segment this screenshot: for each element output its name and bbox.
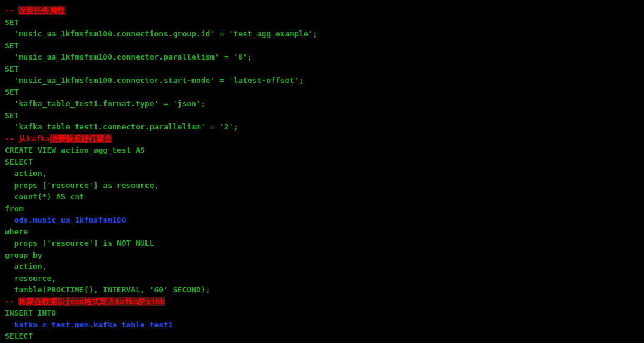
code-line: CREATE VIEW action_agg_test AS [5, 144, 639, 156]
code-line: kafka_c_test.mem.kafka_table_test1 [5, 319, 639, 331]
code-line: action, [5, 261, 639, 273]
code-line: SET [5, 40, 639, 52]
code-line: group by [5, 249, 639, 261]
code-span-keyword: SET [5, 111, 18, 120]
code-line: ods.music_ua_1kfmsfsm100 [5, 214, 639, 226]
code-span-comment-highlight: 消费数据进行聚合 [50, 134, 112, 143]
code-span-normal: props ['resource'] as resource, [5, 181, 159, 190]
code-span-comment: -- [5, 297, 18, 306]
code-line: 'music_ua_1kfmsfsm100.connector.start-mo… [5, 75, 639, 86]
code-span-keyword: group by [5, 251, 42, 259]
code-span-normal: action, [5, 262, 47, 271]
code-line: SET [5, 17, 639, 29]
code-span-keyword: SELECT [5, 332, 33, 341]
code-line: props ['resource'] is NOT NULL [5, 237, 639, 249]
code-line: SELECT [5, 156, 639, 168]
code-span-keyword: SELECT [5, 157, 33, 166]
code-span-comment: -- [5, 6, 18, 15]
code-span-normal: 'music_ua_1kfmsfsm100.connector.start-mo… [5, 76, 304, 85]
code-span-normal: 'music_ua_1kfmsfsm100.connector.parallel… [5, 52, 252, 61]
code-span-normal: 'kafka_table_test1.format.type' = 'json'… [5, 99, 206, 108]
code-span-comment-highlight: 设置任务属性 [18, 6, 65, 15]
code-span-comment-highlight: 将聚合数据以json格式写入Kafka的sink [18, 297, 165, 306]
code-line: where [5, 226, 639, 238]
code-span-normal [5, 320, 14, 329]
code-span-keyword: SET [5, 41, 18, 50]
code-line: -- 设置任务属性 [5, 5, 639, 17]
code-span-keyword: INSERT INTO [5, 308, 56, 317]
code-span-normal: action, [5, 169, 47, 178]
code-line: tumble(PROCTIME(), INTERVAL, '60' SECOND… [5, 284, 639, 296]
code-span-normal [5, 215, 14, 224]
code-span-normal: 'kafka_table_test1.connector.parallelism… [5, 122, 238, 131]
code-line: props ['resource'] as resource, [5, 180, 639, 191]
code-line: count(*) AS cnt [5, 191, 639, 203]
code-span-identifier: ods.music_ua_1kfmsfsm100 [14, 215, 126, 224]
code-span-normal: 'music_ua_1kfmsfsm100.connections.group.… [5, 29, 317, 38]
code-span-keyword: SET [5, 88, 18, 97]
code-line: 'music_ua_1kfmsfsm100.connector.parallel… [5, 51, 639, 63]
code-span-keyword: from [5, 204, 23, 213]
code-span-normal: props ['resource'] is NOT NULL [5, 239, 154, 248]
code-span-keyword: where [5, 227, 28, 236]
code-span-normal: count(*) AS cnt [5, 192, 84, 201]
code-span-normal: resource, [5, 274, 56, 283]
code-line: -- 将聚合数据以json格式写入Kafka的sink [5, 296, 639, 308]
code-line: from [5, 203, 639, 215]
code-span-keyword: SET [5, 18, 18, 27]
code-line: 'music_ua_1kfmsfsm100.connections.group.… [5, 28, 639, 40]
code-line: SET [5, 63, 639, 75]
code-line: SELECT [5, 330, 639, 342]
code-span-identifier: kafka_c_test.mem.kafka_table_test1 [14, 320, 173, 329]
code-line: 'kafka_table_test1.format.type' = 'json'… [5, 98, 639, 110]
code-span-normal: tumble(PROCTIME(), INTERVAL, '60' SECOND… [5, 285, 210, 294]
code-span-comment: -- 从kafka [5, 134, 50, 143]
code-line: INSERT INTO [5, 307, 639, 319]
code-line: -- 从kafka消费数据进行聚合 [5, 133, 639, 145]
code-line: 'kafka_table_test1.connector.parallelism… [5, 121, 639, 133]
sql-code-block: -- 设置任务属性SET 'music_ua_1kfmsfsm100.conne… [5, 5, 639, 343]
code-line: resource, [5, 273, 639, 285]
code-line: SET [5, 110, 639, 122]
code-line: action, [5, 168, 639, 180]
code-line: SET [5, 86, 639, 98]
code-span-keyword: SET [5, 64, 18, 73]
code-span-keyword: CREATE VIEW action_agg_test AS [5, 146, 145, 154]
